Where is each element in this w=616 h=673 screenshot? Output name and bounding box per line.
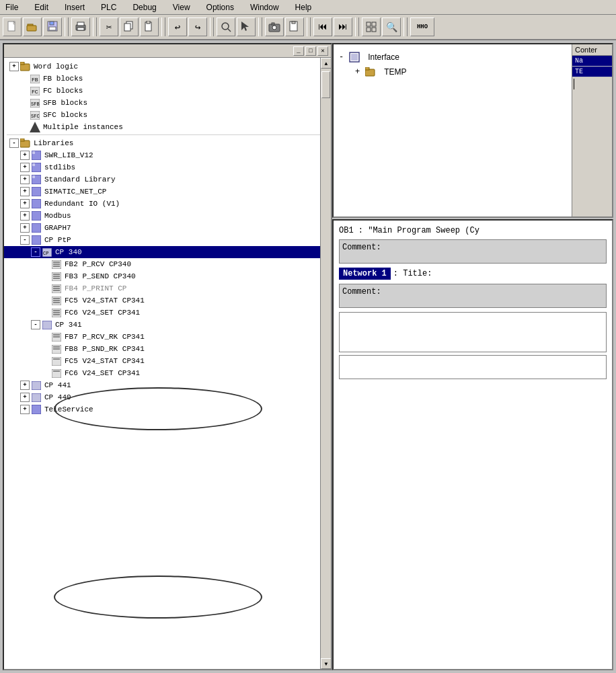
content-row-na[interactable]: Na	[572, 56, 612, 67]
save-button[interactable]	[43, 17, 62, 36]
cut-button[interactable]: ✂	[100, 17, 118, 36]
menu-window[interactable]: Window	[247, 1, 282, 13]
tree-item-word-logic[interactable]: + Word logic	[4, 61, 331, 73]
tree-item-stdlibs[interactable]: + stdlibs	[4, 161, 331, 173]
expand-libraries[interactable]: -	[9, 138, 19, 148]
fc6-cp341-icon	[51, 368, 62, 379]
comment-box-1: Comment:	[339, 239, 607, 264]
tree-item-fc5-cp340[interactable]: FC5 V24_STAT CP341	[4, 294, 331, 307]
expand-teleservice[interactable]: +	[20, 405, 30, 414]
vertical-scrollbar[interactable]: ▲ ▼	[320, 58, 331, 669]
undo-button[interactable]: ↩	[168, 17, 187, 36]
new-button[interactable]	[3, 17, 22, 36]
expand-cp440[interactable]: +	[20, 393, 30, 402]
swr-lib-icon	[31, 150, 42, 161]
expand-cp340[interactable]: -	[31, 247, 40, 257]
code-area-1	[339, 312, 607, 352]
zoom-button[interactable]: 🔍	[382, 17, 401, 36]
menu-debug[interactable]: Debug	[130, 1, 159, 13]
tree-item-teleservice[interactable]: + TeleService	[4, 403, 331, 415]
svg-rect-4	[27, 26, 36, 31]
tree-item-graph7[interactable]: + GRAPH7	[4, 222, 331, 234]
expand-standard-library[interactable]: +	[20, 175, 30, 184]
hh-button[interactable]: HHO	[410, 17, 434, 36]
minimize-button[interactable]: _	[293, 46, 304, 56]
menu-insert[interactable]: Insert	[62, 1, 87, 13]
tree-item-modbus[interactable]: + Modbus	[4, 210, 331, 222]
toolbar-sep-1	[65, 17, 69, 36]
menu-edit[interactable]: Edit	[32, 1, 51, 13]
tree-item-fb7[interactable]: FB7 P_RCV_RK CP341	[4, 331, 331, 343]
swr-lib-label: SWR_LIB_V12	[44, 151, 93, 159]
tree-item-fb2[interactable]: FB2 P_RCV CP340	[4, 258, 331, 270]
modbus-icon	[31, 210, 42, 221]
tree-item-standard-library[interactable]: + Standard Library	[4, 173, 331, 186]
tree-item-cp440[interactable]: + CP 440	[4, 391, 331, 403]
tree-item-cp340[interactable]: - CP CP 340	[4, 246, 331, 258]
cursor-button[interactable]	[237, 17, 256, 36]
expand-swr-lib[interactable]: +	[20, 151, 30, 160]
fc-blocks-label: FC blocks	[43, 87, 83, 95]
scroll-thumb[interactable]	[321, 71, 330, 98]
tree-item-simatic-net[interactable]: + SIMATIC_NET_CP	[4, 186, 331, 198]
content-row-te[interactable]: TE	[572, 67, 612, 77]
interface-tree-item[interactable]: - Interface	[339, 50, 566, 65]
open-button[interactable]	[23, 17, 42, 36]
tree-item-sfb-blocks[interactable]: SFB SFB blocks	[4, 97, 331, 109]
search-button[interactable]	[217, 17, 235, 36]
tree-item-fb4[interactable]: FB4 P_PRINT CP	[4, 282, 331, 294]
tree-item-cp-ptp[interactable]: - CP PtP	[4, 234, 331, 246]
expand-graph7[interactable]: +	[20, 223, 30, 233]
temp-tree-item[interactable]: + TEMP	[339, 65, 566, 79]
svg-rect-43	[32, 163, 35, 166]
camera-button[interactable]	[265, 17, 284, 36]
svg-rect-53	[52, 260, 61, 269]
tree-item-libraries[interactable]: - Libraries	[4, 137, 331, 149]
svg-rect-25	[367, 28, 371, 32]
ob1-panel: OB1 : "Main Program Sweep (Cy Comment: N…	[332, 219, 613, 670]
scroll-down-button[interactable]: ▼	[321, 658, 331, 669]
tree-item-fc6-cp341[interactable]: FC6 V24_SET CP341	[4, 367, 331, 379]
tree-item-fb3[interactable]: FB3 P_SEND CP340	[4, 270, 331, 282]
maximize-button[interactable]: □	[305, 46, 316, 56]
tree-item-multiple-instances[interactable]: Multiple instances	[4, 121, 331, 133]
tree-item-fc5-cp341[interactable]: FC5 V24_STAT CP341	[4, 355, 331, 367]
skip-back-button[interactable]: ⏮	[313, 17, 332, 36]
tree-item-fc-blocks[interactable]: FC FC blocks	[4, 85, 331, 97]
expand-cp341[interactable]: -	[31, 320, 40, 329]
cp440-label: CP 440	[44, 393, 71, 401]
close-button[interactable]: ✕	[317, 46, 328, 56]
expand-cp-ptp[interactable]: -	[20, 235, 30, 245]
paste2-button[interactable]	[285, 17, 304, 36]
skip-forward-button[interactable]: ⏭	[334, 17, 352, 36]
expand-modbus[interactable]: +	[20, 211, 30, 221]
paste-button[interactable]	[140, 17, 159, 36]
scroll-up-button[interactable]: ▲	[321, 58, 331, 69]
tree-item-swr-lib[interactable]: + SWR_LIB_V12	[4, 149, 331, 161]
svg-rect-88	[351, 54, 358, 61]
toolbar-sep-3	[161, 17, 165, 36]
tree-item-redundant-io[interactable]: + Redundant IO (V1)	[4, 198, 331, 210]
menu-file[interactable]: File	[3, 1, 21, 13]
svg-rect-20	[272, 23, 274, 25]
tree-item-fb-blocks[interactable]: FB FB blocks	[4, 73, 331, 85]
tree-item-fb8[interactable]: FB8 P_SND_RK CP341	[4, 343, 331, 355]
tree-item-cp341[interactable]: - CP 341	[4, 319, 331, 331]
menu-view[interactable]: View	[170, 1, 193, 13]
print-button[interactable]	[71, 17, 90, 36]
expand-stdlibs[interactable]: +	[20, 163, 30, 172]
expand-simatic-net[interactable]: +	[20, 187, 30, 196]
network1-header[interactable]: Network 1	[339, 268, 391, 280]
tree-item-cp441[interactable]: + CP 441	[4, 379, 331, 391]
menu-help[interactable]: Help	[293, 1, 315, 13]
redo-button[interactable]: ↪	[188, 17, 207, 36]
expand-redundant-io[interactable]: +	[20, 199, 30, 208]
menu-plc[interactable]: PLC	[98, 1, 119, 13]
tree-item-fc6-cp340[interactable]: FC6 V24_SET CP341	[4, 307, 331, 319]
copy-button[interactable]	[120, 17, 139, 36]
grid-button[interactable]	[362, 17, 381, 36]
expand-cp441[interactable]: +	[20, 381, 30, 390]
menu-options[interactable]: Options	[204, 1, 237, 13]
tree-item-sfc-blocks[interactable]: SFC SFC blocks	[4, 109, 331, 121]
expand-word-logic[interactable]: +	[9, 62, 19, 71]
